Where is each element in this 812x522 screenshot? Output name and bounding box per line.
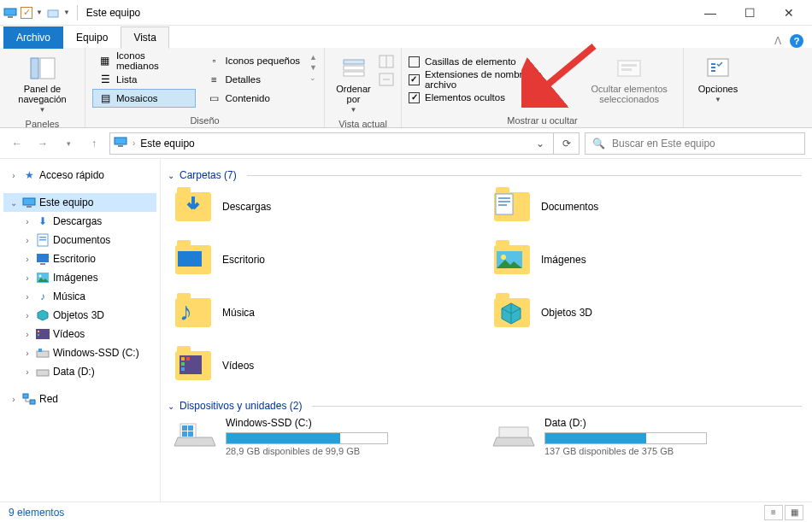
tree-red[interactable]: ›Red bbox=[3, 390, 156, 408]
sort-icon bbox=[340, 55, 368, 82]
up-button[interactable]: ↑ bbox=[84, 133, 104, 154]
search-box[interactable]: 🔍 Buscar en Este equipo bbox=[585, 132, 805, 155]
tree-imagenes[interactable]: ›Imágenes bbox=[3, 268, 156, 287]
svg-rect-43 bbox=[181, 362, 185, 366]
expand-icon[interactable]: › bbox=[22, 292, 32, 302]
ocultar-seleccionados-button[interactable]: Ocultar elementos seleccionados bbox=[582, 51, 676, 108]
tab-archivo[interactable]: Archivo bbox=[3, 26, 63, 49]
tab-vista[interactable]: Vista bbox=[121, 26, 168, 49]
minimize-button[interactable]: — bbox=[691, 0, 730, 26]
svg-rect-31 bbox=[37, 370, 49, 376]
layout-iconos-medianos[interactable]: ▦Iconos medianos bbox=[92, 51, 196, 70]
tree-descargas[interactable]: ›⬇Descargas bbox=[3, 212, 156, 231]
layout-iconos-pequenos[interactable]: ▫Iconos pequeños bbox=[201, 51, 306, 70]
group-paneles-label: Paneles bbox=[7, 117, 78, 129]
chk-ocultos[interactable]: Elementos ocultos bbox=[409, 89, 575, 106]
section-folders-header[interactable]: ⌄ Carpetas (7) bbox=[168, 169, 802, 181]
layout-scroll-up-icon[interactable]: ▲ bbox=[309, 53, 317, 62]
addcol-icon[interactable] bbox=[379, 55, 394, 71]
layout-mosaicos[interactable]: ▤Mosaicos bbox=[92, 89, 196, 108]
address-bar[interactable]: › Este equipo ⌄ bbox=[109, 132, 554, 155]
tree-quick-access[interactable]: ›★Acceso rápido bbox=[3, 166, 156, 185]
view-tiles-button[interactable]: ▦ bbox=[785, 505, 803, 520]
layout-contenido[interactable]: ▭Contenido bbox=[201, 89, 306, 108]
expand-icon[interactable]: › bbox=[22, 255, 32, 264]
download-icon: ⬇ bbox=[36, 214, 50, 228]
tree-escritorio[interactable]: ›Escritorio bbox=[3, 249, 156, 268]
collapse-icon[interactable]: ⌄ bbox=[168, 402, 174, 411]
opciones-button[interactable]: Opciones ▼ bbox=[691, 51, 745, 107]
svg-rect-32 bbox=[23, 394, 28, 398]
collapse-icon[interactable]: ⌄ bbox=[168, 171, 174, 180]
svg-rect-47 bbox=[182, 425, 187, 431]
breadcrumb[interactable]: Este equipo bbox=[140, 138, 194, 150]
svg-rect-45 bbox=[186, 357, 190, 361]
back-button[interactable]: ← bbox=[7, 133, 27, 154]
svg-rect-1 bbox=[8, 16, 13, 18]
expand-icon[interactable]: › bbox=[22, 367, 32, 377]
tab-equipo[interactable]: Equipo bbox=[63, 26, 121, 49]
drive-c-free: 28,9 GB disponibles de 99,9 GB bbox=[226, 446, 483, 456]
forward-button[interactable]: → bbox=[32, 133, 53, 154]
expand-icon[interactable]: › bbox=[22, 217, 32, 226]
expand-icon[interactable]: › bbox=[9, 395, 19, 404]
folder-pictures-icon bbox=[491, 239, 533, 280]
qat-dropdown-icon[interactable]: ▼ bbox=[36, 9, 43, 16]
ordenar-por-button[interactable]: Ordenar por ▼ bbox=[332, 51, 375, 117]
layout-detalles[interactable]: ≡Detalles bbox=[201, 70, 306, 89]
drive-c[interactable]: Windows-SSD (C:) 28,9 GB disponibles de … bbox=[173, 417, 483, 456]
layout-scroll-down-icon[interactable]: ▼ bbox=[309, 63, 317, 72]
help-icon[interactable]: ? bbox=[790, 34, 803, 48]
folder-imagenes[interactable]: Imágenes bbox=[491, 239, 802, 280]
expand-icon[interactable]: › bbox=[22, 349, 32, 358]
expand-icon[interactable]: › bbox=[22, 330, 32, 339]
folder-musica[interactable]: ♪Música bbox=[173, 292, 483, 333]
tree-este-equipo[interactable]: ⌄Este equipo bbox=[3, 193, 156, 212]
folder-videos[interactable]: Vídeos bbox=[173, 345, 483, 386]
collapse-ribbon-icon[interactable]: ᐱ bbox=[774, 35, 781, 47]
item-count: 9 elementos bbox=[9, 507, 64, 519]
pictures-icon bbox=[36, 271, 50, 284]
maximize-button[interactable]: ☐ bbox=[730, 0, 769, 26]
svg-rect-44 bbox=[181, 367, 185, 371]
drive-d[interactable]: Data (D:) 137 GB disponibles de 375 GB bbox=[491, 417, 802, 456]
tree-drive-d[interactable]: ›Data (D:) bbox=[3, 362, 156, 381]
folder-escritorio[interactable]: Escritorio bbox=[173, 239, 483, 280]
check-icon[interactable]: ✓ bbox=[21, 7, 32, 19]
tree-videos[interactable]: ›Vídeos bbox=[3, 325, 156, 343]
svg-rect-7 bbox=[344, 72, 364, 76]
drive-d-free: 137 GB disponibles de 375 GB bbox=[544, 446, 802, 456]
expand-icon[interactable]: › bbox=[9, 171, 19, 180]
qat-dropdown2-icon[interactable]: ▼ bbox=[63, 9, 70, 16]
svg-rect-13 bbox=[621, 68, 632, 71]
folder-objetos3d[interactable]: Objetos 3D bbox=[491, 292, 802, 333]
layout-expand-icon[interactable]: ⌄ bbox=[309, 73, 317, 82]
panel-navegacion-button[interactable]: Panel de navegación ▼ bbox=[9, 51, 76, 117]
tree-documentos[interactable]: ›Documentos bbox=[3, 231, 156, 249]
panel-navegacion-label: Panel de navegación bbox=[18, 84, 66, 104]
chk-extensiones[interactable]: Extensiones de nombre de archivo bbox=[409, 71, 575, 88]
chk-casillas[interactable]: Casillas de elemento bbox=[409, 53, 575, 70]
svg-rect-3 bbox=[31, 58, 38, 79]
collapse-icon[interactable]: ⌄ bbox=[9, 198, 19, 208]
search-icon: 🔍 bbox=[592, 138, 605, 150]
address-dropdown-icon[interactable]: ⌄ bbox=[531, 138, 550, 150]
sizecol-icon[interactable] bbox=[379, 73, 394, 89]
expand-icon[interactable]: › bbox=[22, 273, 32, 283]
tree-musica[interactable]: ›♪Música bbox=[3, 287, 156, 306]
view-details-button[interactable]: ≡ bbox=[764, 505, 783, 520]
folder-descargas[interactable]: Descargas bbox=[173, 186, 483, 227]
tree-drive-c[interactable]: ›Windows-SSD (C:) bbox=[3, 343, 156, 362]
recent-dropdown[interactable]: ▾ bbox=[58, 133, 79, 154]
refresh-button[interactable]: ⟳ bbox=[554, 132, 580, 155]
tree-objetos3d[interactable]: ›Objetos 3D bbox=[3, 306, 156, 325]
layout-lista[interactable]: ☰Lista bbox=[92, 70, 196, 89]
section-drives-header[interactable]: ⌄ Dispositivos y unidades (2) bbox=[168, 400, 802, 412]
expand-icon[interactable]: › bbox=[22, 311, 32, 320]
svg-rect-4 bbox=[40, 58, 55, 79]
folder-documentos[interactable]: Documentos bbox=[491, 186, 802, 227]
chevron-right-icon[interactable]: › bbox=[132, 138, 135, 148]
close-button[interactable]: ✕ bbox=[769, 0, 809, 26]
expand-icon[interactable]: › bbox=[22, 236, 32, 245]
drive-c-name: Windows-SSD (C:) bbox=[226, 417, 483, 429]
